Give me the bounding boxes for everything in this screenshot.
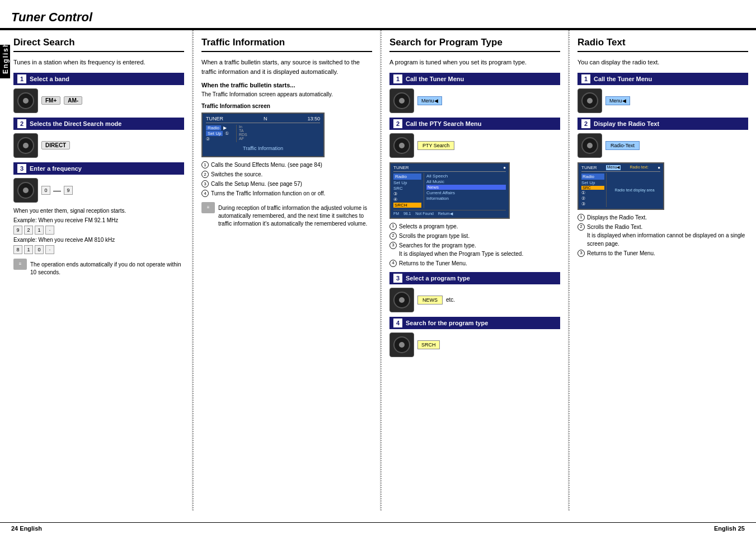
rt-step-1-label: Call the Tuner Menu: [594, 76, 652, 82]
pty-circle-n3: 3: [389, 242, 397, 249]
key-8: 8: [13, 245, 22, 254]
menu-button-1[interactable]: Menu◀: [417, 96, 442, 105]
fm-button[interactable]: FM+: [41, 96, 60, 105]
direct-search-desc: Tunes in a station when its frequency is…: [13, 58, 184, 67]
screen-indicators: N: [264, 116, 267, 121]
rt-note-3-text: Returns to the Tuner Menu.: [587, 249, 655, 257]
pty-right-col: All Speech All Music News Current Affair…: [424, 173, 506, 208]
traffic-note-3: 3 Calls the Setup Menu. (see page 57): [201, 180, 372, 188]
pty-step-4-header: 4 Search for the program type: [389, 317, 560, 329]
step-1-num: 1: [17, 74, 26, 83]
pty-radio-item: Radio: [393, 174, 421, 180]
rt-car-inner-2: [581, 137, 598, 154]
circle-2: 2: [201, 171, 209, 178]
traffic-notice-text: During reception of traffic information …: [218, 204, 372, 228]
step-3-device: 0 — 9: [13, 178, 184, 203]
radio-text-screen: TUNER Menu◀ Radio text: ● Radio Set Up S…: [577, 162, 664, 210]
rt-circle3: ③: [581, 202, 604, 207]
pty-step-1-header: 1 Call the Tuner Menu: [389, 73, 560, 85]
radio-text-button[interactable]: Radio-Text: [605, 141, 640, 150]
rt-step-2-num: 2: [581, 119, 590, 128]
pty-note-1-text: Selects a program type.: [399, 222, 458, 231]
car-unit-3: [13, 178, 38, 203]
rt-circle-n2: 2: [577, 223, 585, 231]
pty-current-affairs: Current Affairs: [426, 190, 506, 195]
traffic-note-4: 4 Turns the Traffic Information function…: [201, 189, 372, 198]
step-1-label: Select a band: [30, 76, 69, 82]
notice-box-1: ≡ The operation ends automatically if yo…: [13, 259, 184, 279]
pty-circle-n4: 4: [389, 260, 397, 267]
note-1-text: Calls the Sound Effects Menu. (see page …: [211, 161, 322, 169]
pty-screen-body: Radio Set Up SRC ③ ④ SRCH All Speech All…: [393, 173, 506, 208]
example-fm-text: Example: When you receive FM 92.1 MHz: [13, 217, 118, 223]
car-unit-2: [13, 133, 38, 158]
rt-right-col: Radio text display area: [607, 173, 660, 207]
am-button[interactable]: AM-: [64, 96, 82, 105]
num-key-0: 0: [41, 186, 50, 195]
pty-step-1-label: Call the Tuner Menu: [406, 76, 464, 82]
pty-car-inner-3: [393, 292, 410, 308]
traffic-notice-box: ≡ During reception of traffic informatio…: [201, 202, 372, 230]
rt-car-unit-1: [577, 88, 602, 113]
notice-icon-1: ≡: [13, 259, 27, 270]
note-3-text: Calls the Setup Menu. (see page 57): [211, 180, 302, 188]
pty-step-3-label: Select a program type: [406, 275, 470, 282]
key-1: 1: [35, 226, 44, 235]
rt-step-1-device: Menu◀: [577, 88, 748, 113]
pty-setup-item: Set Up: [393, 180, 421, 185]
pty-search-button[interactable]: PTY Search: [417, 141, 454, 150]
pty-screen-header: TUNER ●: [393, 165, 506, 172]
step-2-header: 2 Selects the Direct Search mode: [13, 118, 184, 130]
traffic-info-text: Traffic Information: [243, 146, 283, 151]
traffic-notice-icon: ≡: [201, 202, 215, 213]
pty-all-music: All Music: [426, 179, 506, 184]
screen-circle2-row: ②: [206, 137, 234, 142]
footer-right: English 25: [714, 525, 745, 532]
radio-text-desc: You can display the radio text.: [577, 58, 748, 67]
footer-left: 24 English: [11, 525, 42, 532]
pty-car-inner-4: [393, 336, 410, 353]
srch-button[interactable]: SRCH: [417, 340, 440, 349]
rt-circle-n3: 3: [577, 250, 585, 257]
car-unit-1: [13, 88, 38, 113]
example-fm-keys: 9 2 1 ·: [13, 226, 184, 235]
example-am: Example: When you receive AM 810 kHz: [13, 237, 184, 243]
pty-car-inner-2: [393, 137, 410, 154]
pty-car-unit-3: [389, 288, 414, 312]
pty-step-3-header: 3 Select a program type: [389, 272, 560, 284]
program-type-title: Search for Program Type: [389, 37, 560, 52]
rt-menu-button[interactable]: Menu◀: [605, 96, 630, 105]
pty-step-1-device: Menu◀: [389, 88, 560, 113]
pty-note-3: 3 Searches for the program type.It is di…: [389, 241, 560, 258]
traffic-note-2: 2 Switches the source.: [201, 170, 372, 179]
rt-step-1-num: 1: [581, 74, 590, 83]
traffic-info-desc: When a traffic bulletin starts, any sour…: [201, 58, 372, 76]
direct-button[interactable]: DIRECT: [41, 141, 70, 149]
screen-time: 13:50: [307, 116, 320, 121]
column-radio-text: Radio Text You can display the radio tex…: [570, 30, 756, 510]
pty-circle-n1: 1: [389, 223, 397, 230]
rt-circle2: ②: [581, 196, 604, 201]
rt-note-2-text: Scrolls the Radio Text.It is displayed w…: [587, 223, 748, 248]
step-3-header: 3 Enter a frequency: [13, 162, 184, 175]
pty-step-4-label: Search for the program type: [406, 320, 488, 326]
rt-step-2-device: Radio-Text: [577, 133, 748, 158]
pty-notes-list: 1 Selects a program type. 2 Scrolls the …: [389, 222, 560, 268]
rt-note-1: 1 Displays the Radio Text.: [577, 213, 748, 222]
pty-note-1: 1 Selects a program type.: [389, 222, 560, 231]
rt-note-3: 3 Returns to the Tuner Menu.: [577, 249, 748, 257]
traffic-info-screen: TUNER N 13:50 Radio ▶ Set Up ①: [201, 113, 325, 157]
pty-circle-4: ④: [393, 197, 421, 202]
pty-footer: FM 98.1 Not Found Return◀: [393, 210, 506, 216]
key-1b: 1: [24, 245, 33, 254]
etc-label: etc.: [446, 297, 455, 303]
circle-3: 3: [201, 180, 209, 188]
pty-note-4: 4 Returns to the Tuner Menu.: [389, 259, 560, 268]
column-traffic-info: Traffic Information When a traffic bulle…: [194, 30, 381, 510]
circle-1: 1: [201, 161, 209, 168]
rt-car-inner-1: [581, 92, 598, 109]
pty-car-inner-1: [393, 92, 410, 109]
pty-src-item: SRC: [393, 186, 421, 191]
news-button[interactable]: NEWS: [417, 296, 443, 305]
screen-right-indicators: InTARDSAF: [239, 125, 320, 140]
